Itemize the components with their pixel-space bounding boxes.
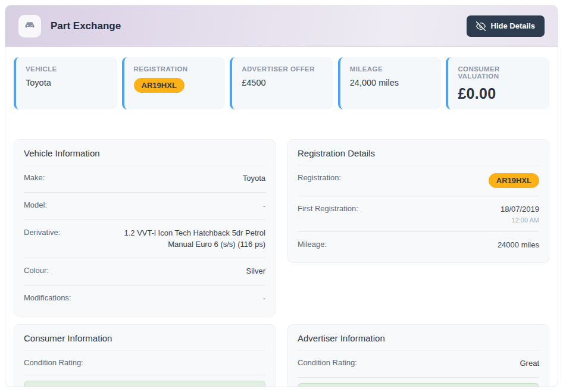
row-label: Mileage: [298, 240, 327, 249]
row-value: Toyota [243, 173, 265, 184]
summary-card-label: ADVERTISER OFFER [242, 65, 324, 73]
detail-row-condition-rating: Condition Rating:Great [298, 350, 539, 378]
summary-card-value: £4500 [242, 78, 324, 87]
detail-row-derivative: Derivative:1.2 VVT-i Icon Tech Hatchback… [24, 220, 265, 259]
row-value: 24000 miles [498, 240, 539, 251]
section-title: Advertiser Information [298, 333, 539, 350]
detail-row-offer-amount: Offer Amount:£4500 [298, 383, 539, 387]
details-grid: Vehicle InformationMake:ToyotaModel:-Der… [14, 139, 549, 387]
summary-card-label: CONSUMER VALUATION [458, 65, 540, 80]
summary-card-advertiser-offer: ADVERTISER OFFER£4500 [230, 57, 333, 109]
vehicle-information-card: Vehicle InformationMake:ToyotaModel:-Der… [14, 139, 276, 316]
header-icon-tile [18, 15, 41, 37]
row-value-wrap: AR19HXL [489, 173, 539, 188]
row-label: Condition Rating: [24, 358, 83, 367]
row-value: Silver [246, 266, 265, 277]
row-value-wrap: - [263, 293, 265, 305]
section-title: Consumer Information [24, 333, 265, 350]
section-title: Vehicle Information [24, 148, 265, 165]
detail-row-condition-rating: Condition Rating: [24, 350, 265, 375]
summary-card-value: Toyota [26, 78, 108, 87]
row-sub-value: 12:00 AM [501, 217, 539, 224]
consumer-information-card: Consumer InformationCondition Rating:Val… [14, 324, 276, 387]
row-value: - [263, 200, 265, 212]
registration-badge: AR19HXL [134, 78, 184, 93]
row-value-wrap: Toyota [243, 173, 265, 184]
part-exchange-panel: Part Exchange Hide Details VEHICLEToyota… [5, 5, 558, 387]
detail-row-colour: Colour:Silver [24, 258, 265, 286]
row-value: - [263, 293, 265, 305]
detail-row-model: Model:- [24, 193, 265, 220]
summary-cards: VEHICLEToyotaREGISTRATIONAR19HXLADVERTIS… [14, 57, 549, 109]
summary-card-value: £0.00 [458, 85, 540, 102]
summary-card-registration: REGISTRATIONAR19HXL [122, 57, 226, 109]
page-title: Part Exchange [51, 20, 121, 32]
row-value-wrap: 18/07/201912:00 AM [501, 204, 539, 224]
detail-row-make: Make:Toyota [24, 165, 265, 193]
row-value: 18/07/2019 [501, 204, 539, 215]
summary-card-consumer-valuation: CONSUMER VALUATION£0.00 [446, 57, 549, 109]
row-value: Great [520, 358, 539, 369]
row-value-wrap: 1.2 VVT-i Icon Tech Hatchback 5dr Petrol… [115, 228, 265, 250]
row-value: 1.2 VVT-i Icon Tech Hatchback 5dr Petrol… [115, 228, 265, 250]
row-label: First Registration: [298, 204, 358, 213]
advertiser-information-card: Advertiser InformationCondition Rating:G… [287, 324, 549, 387]
registration-details-card: Registration DetailsRegistration:AR19HXL… [287, 139, 549, 263]
summary-card-mileage: MILEAGE24,000 miles [338, 57, 442, 109]
row-value-wrap: Great [520, 358, 539, 369]
detail-row-registration: Registration:AR19HXL [298, 165, 539, 196]
row-value-wrap: Silver [246, 266, 265, 277]
row-label: Model: [24, 200, 47, 209]
row-label: Condition Rating: [298, 358, 357, 367]
row-label: Modifications: [24, 293, 71, 302]
summary-card-label: VEHICLE [26, 65, 108, 73]
summary-card-value: AR19HXL [134, 78, 216, 93]
hide-details-button[interactable]: Hide Details [467, 15, 545, 37]
summary-card-value: 24,000 miles [350, 78, 432, 87]
row-label: Colour: [24, 266, 49, 275]
row-value-wrap: - [263, 200, 265, 212]
car-icon [24, 19, 36, 33]
row-label: Make: [24, 173, 45, 182]
detail-row-valuation-amount: Valuation Amount:£0 [24, 381, 265, 387]
section-title: Registration Details [298, 148, 539, 165]
eye-off-icon [476, 21, 486, 31]
detail-row-modifications: Modifications:- [24, 286, 265, 312]
row-value-wrap: 24000 miles [498, 240, 539, 251]
registration-badge: AR19HXL [489, 173, 539, 188]
summary-card-vehicle: VEHICLEToyota [14, 57, 117, 109]
hide-details-label: Hide Details [491, 21, 535, 30]
summary-card-label: REGISTRATION [134, 65, 216, 73]
row-label: Registration: [298, 173, 341, 182]
row-label: Derivative: [24, 228, 60, 237]
summary-card-label: MILEAGE [350, 65, 432, 73]
detail-row-mileage: Mileage:24000 miles [298, 232, 539, 259]
panel-header: Part Exchange Hide Details [5, 5, 558, 47]
detail-row-first-registration: First Registration:18/07/201912:00 AM [298, 196, 539, 232]
